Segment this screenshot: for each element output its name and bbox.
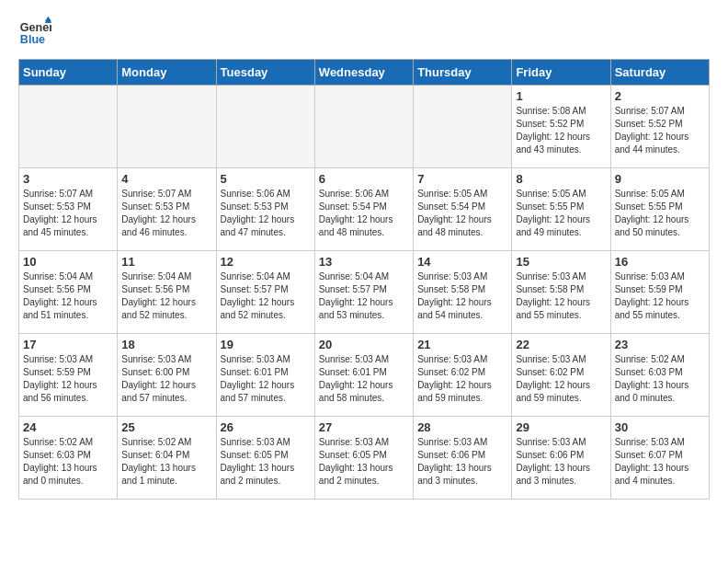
calendar-cell: 7Sunrise: 5:05 AM Sunset: 5:54 PM Daylig… <box>414 168 512 251</box>
day-info: Sunrise: 5:03 AM Sunset: 5:59 PM Dayligh… <box>23 353 113 405</box>
day-number: 8 <box>516 172 606 186</box>
day-info: Sunrise: 5:03 AM Sunset: 5:58 PM Dayligh… <box>516 270 606 322</box>
calendar-cell: 22Sunrise: 5:03 AM Sunset: 6:02 PM Dayli… <box>512 334 610 417</box>
calendar-cell: 16Sunrise: 5:03 AM Sunset: 5:59 PM Dayli… <box>610 251 709 334</box>
day-info: Sunrise: 5:04 AM Sunset: 5:56 PM Dayligh… <box>23 270 113 322</box>
day-info: Sunrise: 5:04 AM Sunset: 5:56 PM Dayligh… <box>121 270 211 322</box>
calendar-cell: 12Sunrise: 5:04 AM Sunset: 5:57 PM Dayli… <box>216 251 314 334</box>
day-info: Sunrise: 5:03 AM Sunset: 6:06 PM Dayligh… <box>417 436 507 488</box>
page-container: General Blue SundayMondayTuesdayWednesda… <box>0 0 728 514</box>
day-number: 14 <box>417 255 507 269</box>
logo-icon: General Blue <box>18 15 51 48</box>
day-number: 30 <box>615 420 705 434</box>
svg-text:Blue: Blue <box>20 33 45 46</box>
calendar-cell: 14Sunrise: 5:03 AM Sunset: 5:58 PM Dayli… <box>414 251 512 334</box>
calendar-table: SundayMondayTuesdayWednesdayThursdayFrid… <box>18 59 710 500</box>
day-info: Sunrise: 5:07 AM Sunset: 5:52 PM Dayligh… <box>615 105 705 156</box>
day-info: Sunrise: 5:03 AM Sunset: 5:59 PM Dayligh… <box>615 270 705 322</box>
day-number: 28 <box>417 420 507 434</box>
day-info: Sunrise: 5:02 AM Sunset: 6:03 PM Dayligh… <box>23 436 113 488</box>
day-header-sunday: Sunday <box>19 60 118 86</box>
day-info: Sunrise: 5:05 AM Sunset: 5:54 PM Dayligh… <box>417 188 507 239</box>
calendar-cell <box>314 86 413 168</box>
calendar-cell: 15Sunrise: 5:03 AM Sunset: 5:58 PM Dayli… <box>512 251 610 334</box>
calendar-cell: 26Sunrise: 5:03 AM Sunset: 6:05 PM Dayli… <box>216 417 314 500</box>
day-number: 7 <box>417 172 507 186</box>
day-number: 22 <box>516 338 606 351</box>
day-info: Sunrise: 5:03 AM Sunset: 6:00 PM Dayligh… <box>121 353 211 405</box>
day-info: Sunrise: 5:02 AM Sunset: 6:03 PM Dayligh… <box>615 353 705 405</box>
day-number: 4 <box>121 172 211 186</box>
day-info: Sunrise: 5:07 AM Sunset: 5:53 PM Dayligh… <box>23 188 113 239</box>
calendar-cell: 20Sunrise: 5:03 AM Sunset: 6:01 PM Dayli… <box>314 334 413 417</box>
day-number: 17 <box>23 338 113 351</box>
calendar-cell: 25Sunrise: 5:02 AM Sunset: 6:04 PM Dayli… <box>118 417 216 500</box>
day-info: Sunrise: 5:02 AM Sunset: 6:04 PM Dayligh… <box>121 436 211 488</box>
day-number: 25 <box>121 420 211 434</box>
calendar-cell: 27Sunrise: 5:03 AM Sunset: 6:05 PM Dayli… <box>314 417 413 500</box>
day-info: Sunrise: 5:06 AM Sunset: 5:54 PM Dayligh… <box>319 188 409 239</box>
day-number: 15 <box>516 255 606 269</box>
calendar-cell: 9Sunrise: 5:05 AM Sunset: 5:55 PM Daylig… <box>610 168 709 251</box>
logo: General Blue <box>18 15 55 48</box>
day-info: Sunrise: 5:07 AM Sunset: 5:53 PM Dayligh… <box>121 188 211 239</box>
day-header-monday: Monday <box>118 60 216 86</box>
day-header-friday: Friday <box>512 60 610 86</box>
day-number: 2 <box>615 89 705 103</box>
day-number: 10 <box>23 255 113 269</box>
day-info: Sunrise: 5:03 AM Sunset: 5:58 PM Dayligh… <box>417 270 507 322</box>
day-header-tuesday: Tuesday <box>216 60 314 86</box>
day-number: 23 <box>615 338 705 351</box>
day-header-thursday: Thursday <box>414 60 512 86</box>
calendar-cell: 4Sunrise: 5:07 AM Sunset: 5:53 PM Daylig… <box>118 168 216 251</box>
calendar-cell: 11Sunrise: 5:04 AM Sunset: 5:56 PM Dayli… <box>118 251 216 334</box>
calendar-cell: 18Sunrise: 5:03 AM Sunset: 6:00 PM Dayli… <box>118 334 216 417</box>
calendar-cell: 2Sunrise: 5:07 AM Sunset: 5:52 PM Daylig… <box>610 86 709 168</box>
calendar-cell: 13Sunrise: 5:04 AM Sunset: 5:57 PM Dayli… <box>314 251 413 334</box>
day-number: 11 <box>121 255 211 269</box>
day-number: 21 <box>417 338 507 351</box>
calendar-cell: 3Sunrise: 5:07 AM Sunset: 5:53 PM Daylig… <box>19 168 118 251</box>
day-number: 29 <box>516 420 606 434</box>
day-number: 19 <box>221 338 311 351</box>
day-number: 27 <box>319 420 409 434</box>
day-number: 6 <box>319 172 409 186</box>
calendar-cell: 23Sunrise: 5:02 AM Sunset: 6:03 PM Dayli… <box>610 334 709 417</box>
calendar-cell <box>216 86 314 168</box>
day-info: Sunrise: 5:03 AM Sunset: 6:02 PM Dayligh… <box>417 353 507 405</box>
calendar-cell: 29Sunrise: 5:03 AM Sunset: 6:06 PM Dayli… <box>512 417 610 500</box>
header: General Blue <box>18 15 710 48</box>
day-info: Sunrise: 5:03 AM Sunset: 6:05 PM Dayligh… <box>221 436 311 488</box>
day-info: Sunrise: 5:03 AM Sunset: 6:01 PM Dayligh… <box>319 353 409 405</box>
calendar-cell: 30Sunrise: 5:03 AM Sunset: 6:07 PM Dayli… <box>610 417 709 500</box>
day-info: Sunrise: 5:05 AM Sunset: 5:55 PM Dayligh… <box>615 188 705 239</box>
calendar-cell: 19Sunrise: 5:03 AM Sunset: 6:01 PM Dayli… <box>216 334 314 417</box>
calendar-cell: 28Sunrise: 5:03 AM Sunset: 6:06 PM Dayli… <box>414 417 512 500</box>
day-number: 12 <box>221 255 311 269</box>
calendar-cell: 1Sunrise: 5:08 AM Sunset: 5:52 PM Daylig… <box>512 86 610 168</box>
day-info: Sunrise: 5:08 AM Sunset: 5:52 PM Dayligh… <box>516 105 606 156</box>
day-number: 3 <box>23 172 113 186</box>
day-info: Sunrise: 5:06 AM Sunset: 5:53 PM Dayligh… <box>221 188 311 239</box>
calendar-cell: 5Sunrise: 5:06 AM Sunset: 5:53 PM Daylig… <box>216 168 314 251</box>
day-number: 13 <box>319 255 409 269</box>
day-info: Sunrise: 5:04 AM Sunset: 5:57 PM Dayligh… <box>221 270 311 322</box>
calendar-cell <box>19 86 118 168</box>
calendar-cell: 17Sunrise: 5:03 AM Sunset: 5:59 PM Dayli… <box>19 334 118 417</box>
day-header-saturday: Saturday <box>610 60 709 86</box>
calendar-cell: 10Sunrise: 5:04 AM Sunset: 5:56 PM Dayli… <box>19 251 118 334</box>
day-number: 24 <box>23 420 113 434</box>
day-info: Sunrise: 5:04 AM Sunset: 5:57 PM Dayligh… <box>319 270 409 322</box>
calendar-cell: 6Sunrise: 5:06 AM Sunset: 5:54 PM Daylig… <box>314 168 413 251</box>
calendar-cell: 21Sunrise: 5:03 AM Sunset: 6:02 PM Dayli… <box>414 334 512 417</box>
day-header-wednesday: Wednesday <box>314 60 413 86</box>
day-number: 20 <box>319 338 409 351</box>
day-info: Sunrise: 5:03 AM Sunset: 6:01 PM Dayligh… <box>221 353 311 405</box>
day-number: 16 <box>615 255 705 269</box>
day-info: Sunrise: 5:03 AM Sunset: 6:06 PM Dayligh… <box>516 436 606 488</box>
day-number: 9 <box>615 172 705 186</box>
calendar-cell: 24Sunrise: 5:02 AM Sunset: 6:03 PM Dayli… <box>19 417 118 500</box>
day-info: Sunrise: 5:03 AM Sunset: 6:05 PM Dayligh… <box>319 436 409 488</box>
calendar-cell <box>118 86 216 168</box>
day-number: 1 <box>516 89 606 103</box>
